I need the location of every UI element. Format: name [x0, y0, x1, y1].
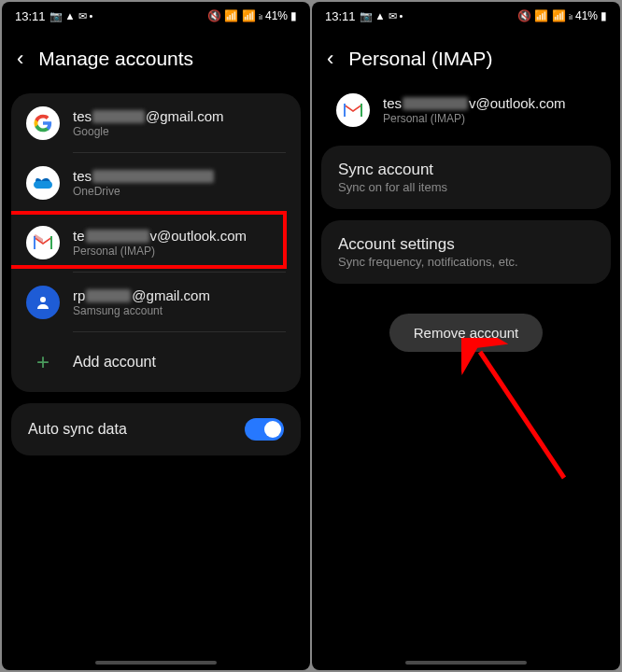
status-notification-icons: 📷 ▲ ✉ •	[360, 10, 403, 22]
email-prefix: tes	[73, 168, 92, 184]
back-icon[interactable]: ‹	[17, 47, 23, 71]
header: ‹ Personal (IMAP)	[312, 30, 620, 93]
back-icon[interactable]: ‹	[327, 47, 333, 71]
settings-subtitle: Sync frequency, notifications, etc.	[338, 255, 594, 269]
redacted-text	[92, 110, 145, 123]
email-suffix: v@outlook.com	[469, 95, 566, 111]
account-row-onedrive[interactable]: tes OneDrive	[11, 153, 301, 213]
page-title: Manage accounts	[38, 48, 193, 70]
redacted-text	[86, 230, 149, 243]
battery-icon: ▮	[601, 9, 607, 22]
sync-title: Sync account	[338, 161, 594, 179]
onedrive-icon	[26, 166, 60, 200]
page-title: Personal (IMAP)	[348, 48, 492, 70]
settings-title: Account settings	[338, 235, 594, 254]
samsung-icon	[26, 286, 60, 319]
battery-icon: ▮	[290, 9, 297, 22]
autosync-row[interactable]: Auto sync data	[11, 403, 301, 455]
svg-line-1	[480, 352, 564, 478]
google-icon	[26, 106, 60, 140]
header: ‹ Manage accounts	[2, 30, 310, 93]
sync-account-row[interactable]: Sync account Sync on for all items	[321, 146, 611, 209]
autosync-label: Auto sync data	[28, 421, 127, 438]
gmail-icon	[26, 226, 60, 259]
status-bar: 13:11 📷 ▲ ✉ • 🔇 📶 📶 ᵢₗ 41% ▮	[2, 2, 310, 30]
status-bar: 13:11 📷 ▲ ✉ • 🔇 📶 📶 ᵢₗ 41% ▮	[312, 2, 620, 30]
redacted-text	[403, 97, 468, 110]
account-row-samsung[interactable]: rp @gmail.com Samsung account	[11, 273, 301, 332]
phone-screen-right: 13:11 📷 ▲ ✉ • 🔇 📶 📶 ᵢₗ 41% ▮ ‹ Personal …	[312, 2, 620, 670]
account-type: OneDrive	[73, 185, 286, 198]
account-type: Samsung account	[73, 304, 286, 317]
redacted-text	[86, 289, 131, 302]
account-type: Personal (IMAP)	[73, 245, 286, 258]
status-battery: 41%	[265, 9, 288, 22]
accounts-card: tes @gmail.com Google tes OneDrive	[11, 93, 301, 392]
email-prefix: rp	[73, 287, 85, 303]
nav-bar-handle[interactable]	[95, 661, 217, 665]
add-account-label: Add account	[73, 354, 156, 371]
remove-account-button[interactable]: Remove account	[389, 314, 544, 352]
status-notification-icons: 📷 ▲ ✉ •	[49, 10, 93, 22]
account-row-imap[interactable]: te v@outlook.com Personal (IMAP)	[11, 213, 301, 273]
account-type: Google	[73, 125, 286, 138]
sync-subtitle: Sync on for all items	[338, 180, 594, 194]
plus-icon: +	[26, 345, 60, 379]
nav-bar-handle[interactable]	[405, 661, 527, 665]
status-time: 13:11	[15, 9, 46, 23]
account-row-google[interactable]: tes @gmail.com Google	[11, 93, 301, 153]
account-settings-row[interactable]: Account settings Sync frequency, notific…	[321, 220, 611, 284]
add-account-row[interactable]: + Add account	[11, 332, 301, 392]
email-suffix: @gmail.com	[132, 287, 210, 303]
phone-screen-left: 13:11 📷 ▲ ✉ • 🔇 📶 📶 ᵢₗ 41% ▮ ‹ Manage ac…	[2, 2, 310, 670]
status-time: 13:11	[325, 9, 356, 23]
gmail-icon	[336, 93, 370, 127]
arrow-annotation	[461, 338, 583, 487]
email-prefix: tes	[73, 108, 92, 124]
redacted-text	[92, 170, 214, 183]
account-summary: tes v@outlook.com Personal (IMAP)	[312, 93, 620, 146]
email-suffix: @gmail.com	[146, 108, 224, 124]
status-battery: 41%	[575, 9, 598, 22]
autosync-toggle[interactable]	[245, 418, 284, 441]
account-type: Personal (IMAP)	[383, 112, 596, 125]
email-prefix: tes	[383, 95, 402, 111]
email-prefix: te	[73, 228, 85, 244]
status-system-icons: 🔇 📶 📶 ᵢₗ	[517, 9, 573, 22]
email-suffix: v@outlook.com	[150, 228, 247, 244]
status-system-icons: 🔇 📶 📶 ᵢₗ	[207, 9, 262, 22]
svg-point-0	[40, 297, 46, 302]
